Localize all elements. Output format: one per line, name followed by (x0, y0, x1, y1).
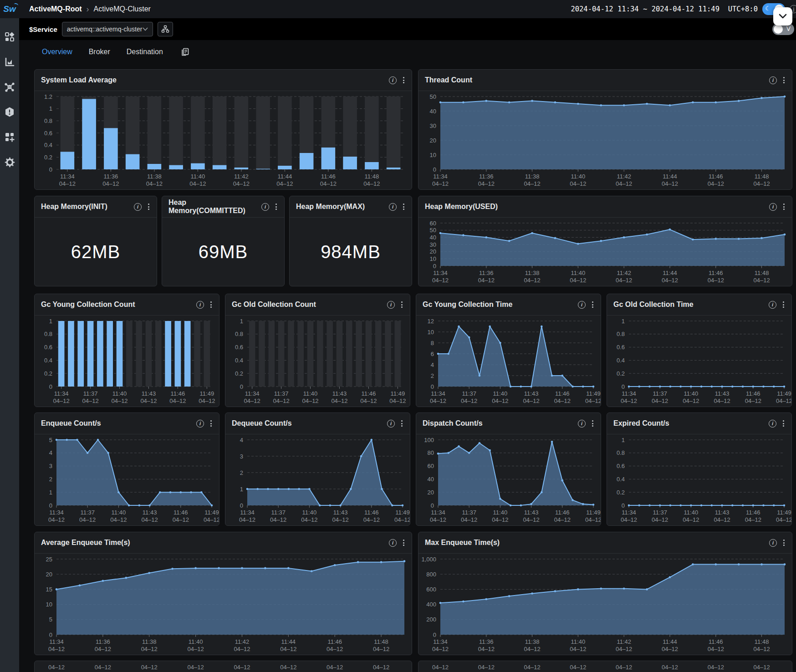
svg-text:4: 4 (49, 449, 52, 456)
svg-text:11:42: 11:42 (617, 173, 631, 180)
svg-text:04–12: 04–12 (111, 397, 128, 404)
info-icon[interactable]: i (578, 420, 586, 428)
clipped-date-label: 04–12 (186, 664, 206, 671)
info-icon[interactable]: i (578, 301, 586, 309)
svg-text:04–12: 04–12 (394, 516, 410, 523)
topology-icon (4, 81, 15, 93)
clipped-date-label: 04–12 (46, 664, 66, 671)
svg-text:04–12: 04–12 (745, 397, 761, 404)
svg-text:04–12: 04–12 (585, 397, 601, 404)
svg-text:04–12: 04–12 (234, 646, 250, 652)
svg-text:11:40: 11:40 (684, 390, 699, 397)
clipped-date-label: 04–12 (278, 664, 298, 671)
service-select[interactable]: activemq::activemq-cluster (62, 22, 153, 36)
kebab-menu-icon[interactable] (275, 203, 278, 211)
svg-text:04–12: 04–12 (110, 516, 127, 523)
svg-text:04–12: 04–12 (430, 516, 446, 523)
svg-text:04–12: 04–12 (95, 646, 111, 652)
info-icon[interactable]: i (196, 301, 204, 309)
service-topology-button[interactable] (158, 22, 173, 36)
info-icon[interactable]: i (389, 76, 397, 84)
svg-text:0: 0 (49, 166, 52, 173)
kebab-menu-icon[interactable] (400, 419, 403, 428)
svg-text:11:48: 11:48 (755, 270, 769, 276)
info-icon[interactable]: i (387, 301, 395, 309)
tab-destination[interactable]: Destination (127, 48, 163, 56)
svg-text:11:49: 11:49 (586, 509, 601, 516)
sidebar-item-widgets[interactable] (4, 131, 15, 143)
kebab-menu-icon[interactable] (591, 300, 594, 309)
moon-icon: ☾ (765, 5, 771, 12)
svg-text:04–12: 04–12 (652, 397, 668, 404)
copy-icon (180, 47, 189, 56)
copy-dashboard-button[interactable] (180, 47, 189, 56)
sidebar-item-charts[interactable] (4, 56, 15, 68)
kebab-menu-icon[interactable] (782, 76, 786, 84)
svg-text:04–12: 04–12 (204, 516, 219, 523)
info-icon[interactable]: i (769, 203, 777, 211)
svg-text:11:38: 11:38 (525, 270, 540, 276)
svg-text:0: 0 (49, 383, 52, 390)
info-icon[interactable]: i (387, 420, 395, 428)
svg-text:04–12: 04–12 (683, 516, 699, 523)
clipped-date-label: 04–12 (522, 664, 542, 671)
info-icon[interactable]: i (261, 203, 269, 211)
kebab-menu-icon[interactable] (209, 300, 213, 309)
svg-text:11:49: 11:49 (391, 390, 405, 397)
dequeue-count-chart: 0123411:3404–1211:3704–1211:4004–1211:43… (225, 434, 410, 525)
svg-text:11:43: 11:43 (142, 390, 156, 397)
info-icon[interactable]: i (134, 203, 142, 211)
info-icon[interactable]: i (769, 76, 777, 84)
svg-text:11:37: 11:37 (653, 509, 667, 516)
kebab-menu-icon[interactable] (782, 539, 786, 547)
tab-overview[interactable]: Overview (42, 48, 72, 56)
kebab-menu-icon[interactable] (402, 539, 405, 547)
chart-title: Average Enqueue Time(s) (41, 539, 130, 547)
sidebar-item-dashboards[interactable] (4, 31, 15, 43)
chevron-down-icon (779, 14, 787, 19)
kebab-menu-icon[interactable] (402, 76, 405, 84)
chart-title: Thread Count (425, 76, 472, 84)
svg-text:800: 800 (426, 571, 436, 578)
svg-text:04–12: 04–12 (554, 516, 571, 523)
chart-title: Expired Count/s (613, 419, 669, 428)
kebab-menu-icon[interactable] (782, 203, 786, 211)
skywalking-logo[interactable]: Sw (0, 4, 19, 14)
sidebar-item-alerts[interactable] (4, 106, 15, 118)
info-icon[interactable]: i (389, 203, 397, 211)
svg-text:04–12: 04–12 (523, 516, 540, 523)
breadcrumb-current[interactable]: ActiveMQ-Cluster (94, 5, 151, 13)
svg-text:0.8: 0.8 (617, 331, 625, 337)
info-icon[interactable]: i (769, 301, 776, 309)
info-icon[interactable]: i (389, 539, 397, 547)
sidebar-item-topology[interactable] (4, 81, 15, 93)
clipped-date-label: 04–12 (371, 664, 391, 671)
info-icon[interactable]: i (769, 420, 776, 428)
kebab-menu-icon[interactable] (782, 300, 785, 309)
kebab-menu-icon[interactable] (147, 203, 150, 211)
kebab-menu-icon[interactable] (400, 300, 403, 309)
collapse-header-button[interactable] (773, 7, 792, 25)
kebab-menu-icon[interactable] (209, 419, 213, 428)
time-range-text[interactable]: 2024-04-12 11:34 ~ 2024-04-12 11:49 UTC+… (571, 5, 758, 13)
sidebar-item-settings[interactable] (4, 156, 15, 168)
kebab-menu-icon[interactable] (591, 419, 594, 428)
kebab-menu-icon[interactable] (402, 203, 405, 211)
breadcrumb-root[interactable]: ActiveMQ-Root (29, 5, 82, 13)
chart-title: Dequeue Count/s (232, 419, 292, 428)
svg-text:0.2: 0.2 (235, 370, 243, 377)
svg-text:5: 5 (49, 437, 52, 443)
svg-text:11:34: 11:34 (54, 390, 69, 397)
tab-broker[interactable]: Broker (89, 48, 110, 56)
info-icon[interactable]: i (196, 420, 204, 428)
svg-text:40: 40 (428, 476, 434, 483)
clipped-date-label: 04–12 (139, 664, 159, 671)
svg-text:0.6: 0.6 (235, 344, 243, 351)
svg-text:04–12: 04–12 (754, 180, 770, 187)
kebab-menu-icon[interactable] (782, 419, 785, 428)
info-icon[interactable]: i (769, 539, 777, 547)
svg-text:0: 0 (622, 502, 625, 509)
svg-text:11:40: 11:40 (189, 638, 203, 645)
clipped-date-label: 04–12 (614, 664, 634, 671)
svg-text:04–12: 04–12 (373, 646, 389, 652)
